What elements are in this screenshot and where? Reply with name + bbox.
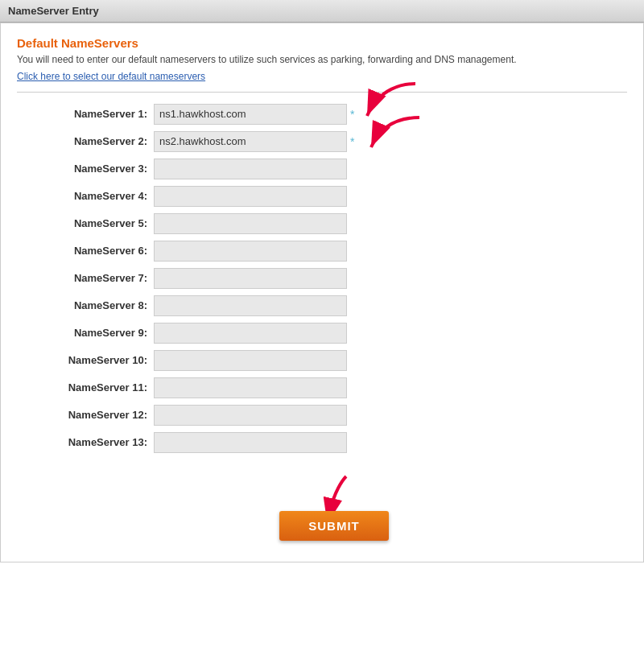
nameserver-8-label: NameServer 8: [41, 299, 154, 311]
description-text: You will need to enter our default names… [17, 53, 627, 67]
nameserver-12-label: NameServer 12: [41, 409, 154, 421]
nameserver-10-label: NameServer 10: [41, 354, 154, 366]
nameserver-4-input[interactable] [154, 186, 347, 207]
nameserver-10-input[interactable] [154, 350, 347, 371]
form-row-2: NameServer 2: * [41, 131, 627, 152]
nameserver-6-label: NameServer 6: [41, 245, 154, 257]
nameserver-9-input[interactable] [154, 323, 347, 344]
nameserver-form: NameServer 1: * NameServer 2: * [17, 104, 627, 549]
content-area: Default NameServers You will need to ent… [0, 23, 644, 562]
required-star-1: * [350, 108, 354, 121]
nameserver-6-input[interactable] [154, 241, 347, 262]
nameserver-11-input[interactable] [154, 377, 347, 398]
form-row-10: NameServer 10: [41, 350, 627, 371]
form-row-9: NameServer 9: [41, 323, 627, 344]
arrow-1-decoration [355, 80, 427, 126]
nameserver-13-input[interactable] [154, 432, 347, 453]
section-title: Default NameServers [17, 36, 627, 50]
form-row-11: NameServer 11: [41, 377, 627, 398]
window-title: NameServer Entry [8, 5, 99, 17]
nameserver-13-label: NameServer 13: [41, 436, 154, 448]
nameserver-5-input[interactable] [154, 213, 347, 234]
form-row-1: NameServer 1: * [41, 104, 627, 125]
form-row-7: NameServer 7: [41, 268, 627, 289]
required-star-2: * [350, 135, 354, 148]
nameserver-1-input[interactable] [154, 104, 347, 125]
form-row-13: NameServer 13: [41, 432, 627, 453]
default-nameservers-link[interactable]: Click here to select our default nameser… [17, 71, 205, 82]
nameserver-12-input[interactable] [154, 405, 347, 426]
divider [17, 92, 627, 93]
form-row-4: NameServer 4: [41, 186, 627, 207]
submit-row: SUBMIT [41, 472, 627, 541]
submit-button[interactable]: SUBMIT [279, 511, 389, 541]
nameserver-3-input[interactable] [154, 159, 347, 179]
nameserver-4-label: NameServer 4: [41, 190, 154, 202]
nameserver-2-input[interactable] [154, 131, 347, 152]
form-row-12: NameServer 12: [41, 405, 627, 426]
nameserver-3-label: NameServer 3: [41, 163, 154, 175]
form-row-8: NameServer 8: [41, 295, 627, 316]
form-row-3: NameServer 3: [41, 159, 627, 179]
nameserver-1-label: NameServer 1: [41, 108, 154, 120]
nameserver-9-label: NameServer 9: [41, 327, 154, 339]
form-row-5: NameServer 5: [41, 213, 627, 234]
nameserver-11-label: NameServer 11: [41, 381, 154, 393]
nameserver-2-label: NameServer 2: [41, 135, 154, 147]
submit-arrow-container: SUBMIT [279, 472, 389, 541]
window-title-bar: NameServer Entry [0, 0, 644, 23]
nameserver-8-input[interactable] [154, 295, 347, 316]
nameserver-7-input[interactable] [154, 268, 347, 289]
nameserver-7-label: NameServer 7: [41, 272, 154, 284]
form-row-6: NameServer 6: [41, 241, 627, 262]
nameserver-5-label: NameServer 5: [41, 217, 154, 229]
